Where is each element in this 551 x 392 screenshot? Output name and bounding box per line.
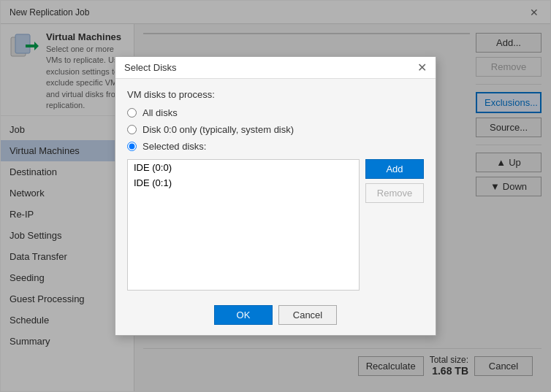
modal-close-button[interactable]: ✕ <box>417 62 427 74</box>
radio-selected-input[interactable] <box>127 142 137 151</box>
modal-body: VM disks to process: All disks Disk 0:0 … <box>115 79 436 298</box>
disk-list-box[interactable]: IDE (0:0) IDE (0:1) <box>127 159 360 291</box>
radio-disk00-label: Disk 0:0 only (typically, system disk) <box>142 124 294 135</box>
radio-all-disks-label: All disks <box>142 107 178 118</box>
add-disk-button[interactable]: Add <box>365 159 424 179</box>
modal-title-bar: Select Disks ✕ <box>115 57 436 79</box>
modal-title: Select Disks <box>124 62 177 73</box>
vm-disks-label: VM disks to process: <box>127 89 424 100</box>
selected-disks-row: IDE (0:0) IDE (0:1) Add Remove <box>127 159 424 291</box>
disk-list-item-ide00[interactable]: IDE (0:0) <box>128 160 359 175</box>
remove-disk-button[interactable]: Remove <box>365 183 424 203</box>
main-window: New Replication Job ✕ Virtual Machines S… <box>0 0 551 392</box>
modal-cancel-button[interactable]: Cancel <box>278 305 337 325</box>
radio-all-disks-input[interactable] <box>127 108 137 118</box>
radio-selected-label: Selected disks: <box>142 141 206 152</box>
radio-all-disks[interactable]: All disks <box>127 107 424 118</box>
radio-group: All disks Disk 0:0 only (typically, syst… <box>127 107 424 152</box>
modal-ok-button[interactable]: OK <box>214 305 273 325</box>
select-disks-modal: Select Disks ✕ VM disks to process: All … <box>115 56 436 336</box>
radio-selected-disks[interactable]: Selected disks: <box>127 141 424 152</box>
radio-disk00-only[interactable]: Disk 0:0 only (typically, system disk) <box>127 124 424 135</box>
modal-overlay: Select Disks ✕ VM disks to process: All … <box>1 1 550 391</box>
radio-disk00-input[interactable] <box>127 125 137 134</box>
disk-buttons: Add Remove <box>365 159 424 291</box>
disk-list-item-ide01[interactable]: IDE (0:1) <box>128 175 359 191</box>
modal-footer: OK Cancel <box>115 298 436 335</box>
